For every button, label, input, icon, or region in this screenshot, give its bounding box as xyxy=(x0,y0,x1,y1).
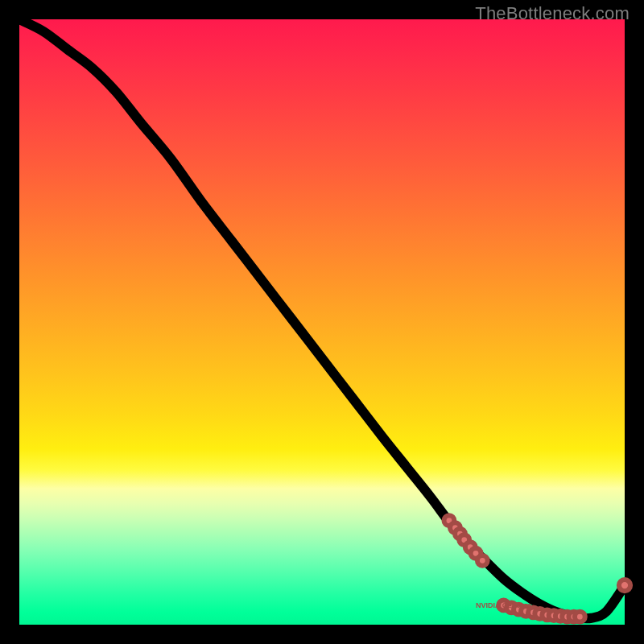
plot-svg: NVIDIA GeForce xyxy=(19,19,625,625)
plot-area: NVIDIA GeForce xyxy=(19,19,625,625)
gpu-annotation: NVIDIA GeForce xyxy=(476,601,531,609)
marker-dot xyxy=(477,555,488,566)
marker-dot xyxy=(575,612,585,622)
bottleneck-curve xyxy=(19,19,625,618)
chart-frame: TheBottleneck.com NVIDIA GeForce xyxy=(0,0,644,644)
marker-dot xyxy=(619,580,630,591)
